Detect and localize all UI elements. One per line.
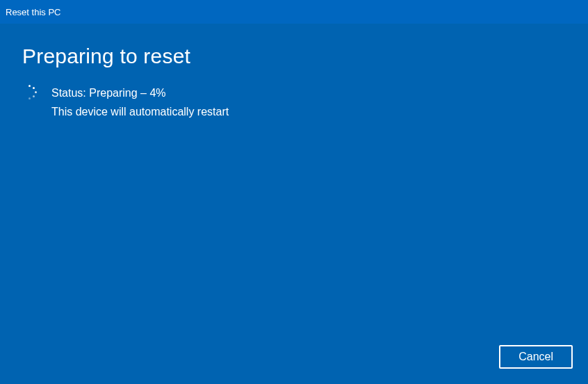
status-text-block: Status: Preparing – 4% This device will … [51,83,229,121]
window-title: Reset this PC [6,7,60,17]
titlebar: Reset this PC [0,0,588,24]
restart-notice: This device will automatically restart [51,102,229,121]
progress-spinner-icon [22,85,38,100]
cancel-button[interactable]: Cancel [499,345,573,369]
footer: Cancel [499,345,573,369]
status-line: Status: Preparing – 4% [51,83,229,102]
status-row: Status: Preparing – 4% This device will … [22,83,566,121]
page-heading: Preparing to reset [22,45,566,68]
main-content: Preparing to reset Status: Preparing – 4… [0,24,588,121]
